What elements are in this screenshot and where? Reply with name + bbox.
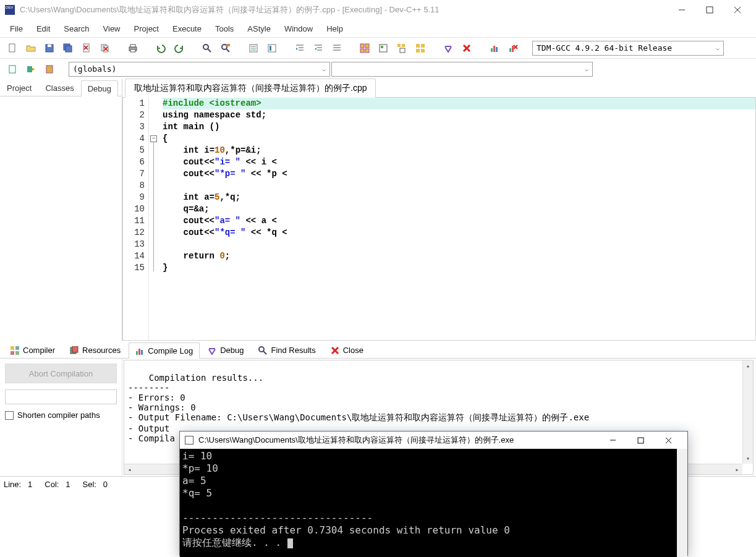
console-output: i= 10 *p= 10 a= 5 *q= 5 ----------------…	[182, 450, 510, 548]
fold-toggle[interactable]: −	[150, 135, 157, 142]
close-button[interactable]	[723, 1, 751, 19]
run-button[interactable]	[375, 40, 392, 56]
find-button[interactable]	[198, 40, 216, 56]
comment-button[interactable]	[328, 40, 346, 56]
profile-delete-button[interactable]	[504, 40, 522, 56]
menu-window[interactable]: Window	[278, 22, 319, 36]
bottom-tab-label: Compile Log	[148, 346, 193, 355]
close-file-button[interactable]	[78, 40, 95, 56]
svg-rect-80	[638, 438, 643, 443]
shorten-paths-label: Shorten compiler paths	[17, 410, 100, 420]
bottom-tabs: CompilerResourcesCompile LogDebugFind Re…	[0, 341, 756, 359]
menu-search[interactable]: Search	[57, 22, 95, 36]
goto-line-button[interactable]	[245, 40, 262, 56]
svg-rect-6	[48, 45, 51, 47]
redo-button[interactable]	[171, 40, 188, 56]
svg-rect-51	[421, 49, 425, 53]
scroll-left-icon[interactable]: ◂	[124, 464, 135, 475]
code-text[interactable]: #include <iostream>using namespace std;i…	[160, 98, 755, 340]
scope-combo[interactable]: (globals) ⌵	[69, 62, 330, 77]
new-file-button[interactable]	[4, 40, 21, 56]
menu-view[interactable]: View	[97, 22, 127, 36]
side-tab-debug[interactable]: Debug	[81, 80, 118, 96]
menu-project[interactable]: Project	[128, 22, 165, 36]
chevron-down-icon: ⌵	[585, 66, 588, 72]
open-button[interactable]	[22, 40, 40, 56]
svg-rect-23	[226, 44, 230, 46]
svg-rect-1	[707, 7, 713, 13]
side-tab-classes[interactable]: Classes	[38, 80, 80, 96]
side-body	[0, 96, 122, 341]
svg-rect-18	[130, 49, 135, 52]
close-icon	[331, 346, 339, 355]
svg-rect-48	[416, 44, 420, 48]
unindent-button[interactable]	[310, 40, 327, 56]
debug-button[interactable]	[440, 40, 457, 56]
stop-button[interactable]	[458, 40, 475, 56]
bottom-tab-resources[interactable]: Resources	[63, 342, 127, 358]
compiler-filter-input[interactable]	[5, 389, 117, 404]
bottom-tab-label: Resources	[82, 346, 121, 355]
save-button[interactable]	[41, 40, 58, 56]
compile-button[interactable]	[356, 40, 373, 56]
svg-point-75	[259, 347, 264, 352]
compiler-icon	[11, 346, 19, 355]
scroll-up-icon[interactable]: ▴	[743, 360, 754, 371]
indent-button[interactable]	[291, 40, 308, 56]
toggle-bookmark-button[interactable]	[263, 40, 281, 56]
scope-combo-value: (globals)	[73, 64, 116, 74]
new-class-button[interactable]	[4, 61, 21, 77]
scrollbar-vertical[interactable]: ▴ ▾	[742, 360, 753, 464]
menu-help[interactable]: Help	[320, 22, 349, 36]
console-minimize-button[interactable]	[599, 432, 627, 449]
file-tab[interactable]: 取地址运算符和取内容运算符（间接寻址运算符）的例子.cpp	[125, 79, 376, 98]
undo-button[interactable]	[152, 40, 169, 56]
insert-button[interactable]	[22, 61, 40, 77]
close-icon	[733, 5, 742, 15]
console-scrollbar[interactable]	[677, 449, 687, 557]
bottom-tab-label: Compiler	[23, 346, 55, 355]
menubar: FileEditSearchViewProjectExecuteToolsASt…	[0, 20, 756, 37]
toolbar-main: TDM-GCC 4.9.2 64-bit Release ⌵	[0, 37, 756, 58]
side-tab-project[interactable]: Project	[0, 80, 38, 96]
svg-rect-49	[421, 44, 425, 48]
console-close-button[interactable]	[655, 432, 682, 449]
bottom-tab-find-results[interactable]: Find Results	[252, 342, 322, 358]
compiler-combo-value: TDM-GCC 4.9.2 64-bit Release	[537, 43, 672, 53]
close-all-button[interactable]	[96, 40, 114, 56]
bottom-tab-compile-log[interactable]: Compile Log	[129, 342, 200, 359]
menu-execute[interactable]: Execute	[166, 22, 208, 36]
maximize-button[interactable]	[695, 1, 723, 19]
bottom-tab-debug[interactable]: Debug	[201, 342, 250, 358]
rebuild-button[interactable]	[412, 40, 429, 56]
menu-tools[interactable]: Tools	[209, 22, 240, 36]
abort-label: Abort Compilation	[29, 369, 93, 378]
svg-rect-39	[360, 44, 364, 48]
member-combo[interactable]: ⌵	[331, 62, 593, 77]
print-button[interactable]	[124, 40, 142, 56]
code-editor[interactable]: 123456789101112131415 − #include <iostre…	[122, 98, 756, 341]
scroll-down-icon[interactable]: ▾	[743, 453, 754, 464]
console-maximize-button[interactable]	[627, 432, 655, 449]
bottom-tab-close[interactable]: Close	[324, 342, 370, 358]
compile-run-button[interactable]	[393, 40, 410, 56]
console-body[interactable]: i= 10 *p= 10 a= 5 *q= 5 ----------------…	[180, 449, 687, 557]
shorten-paths-checkbox[interactable]	[5, 411, 14, 420]
bottom-tab-compiler[interactable]: Compiler	[4, 342, 62, 358]
svg-line-20	[208, 49, 211, 52]
svg-rect-57	[496, 47, 498, 52]
menu-file[interactable]: File	[4, 22, 29, 36]
profile-button[interactable]	[486, 40, 503, 56]
status-col-value: 1	[66, 480, 70, 489]
bookmark-panel-button[interactable]	[41, 61, 58, 77]
menu-astyle[interactable]: AStyle	[241, 22, 277, 36]
scroll-right-icon[interactable]: ▸	[732, 464, 742, 475]
save-all-button[interactable]	[59, 40, 77, 56]
svg-rect-63	[27, 66, 32, 72]
replace-button[interactable]	[217, 40, 234, 56]
console-titlebar[interactable]: C:\Users\Wang\Documents\取地址运算符和取内容运算符（间接…	[180, 432, 687, 449]
compiler-combo[interactable]: TDM-GCC 4.9.2 64-bit Release ⌵	[532, 41, 724, 56]
menu-edit[interactable]: Edit	[30, 22, 56, 36]
minimize-button[interactable]	[668, 1, 695, 19]
console-title: C:\Users\Wang\Documents\取地址运算符和取内容运算符（间接…	[198, 435, 514, 446]
